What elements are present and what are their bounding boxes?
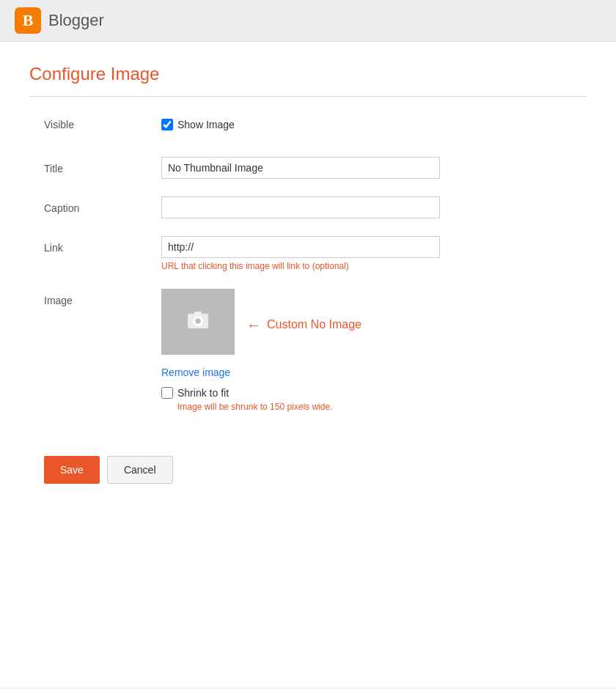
- svg-rect-2: [194, 312, 202, 314]
- image-label: Image: [44, 289, 161, 306]
- svg-point-3: [196, 318, 201, 323]
- shrink-row: Shrink to fit Image will be shrunk to 15…: [161, 387, 440, 412]
- link-label: Link: [44, 236, 161, 254]
- link-input[interactable]: [161, 236, 440, 258]
- app-name: Blogger: [48, 11, 104, 30]
- custom-no-image-text: Custom No Image: [267, 318, 362, 331]
- image-thumbnail[interactable]: [161, 289, 235, 355]
- image-control-wrap: ← Custom No Image Remove image Shrink to…: [161, 289, 440, 412]
- shrink-hint: Image will be shrunk to 150 pixels wide.: [177, 402, 332, 412]
- shrink-label[interactable]: Shrink to fit: [177, 387, 229, 399]
- link-hint: URL that clicking this image will link t…: [161, 261, 440, 271]
- divider: [29, 96, 587, 97]
- visible-row: Visible Show Image: [29, 119, 587, 130]
- title-row: Title: [29, 157, 587, 179]
- caption-input-wrap: [161, 196, 440, 218]
- image-preview-row: ← Custom No Image: [161, 289, 440, 361]
- button-row: Save Cancel: [29, 456, 587, 484]
- visible-label: Visible: [44, 119, 161, 130]
- image-row: Image ← Custom: [29, 289, 587, 412]
- page-title: Configure Image: [29, 64, 587, 84]
- shrink-label-wrap: Shrink to fit: [161, 387, 229, 399]
- show-image-wrap: Show Image: [161, 119, 235, 130]
- link-row: Link URL that clicking this image will l…: [29, 236, 587, 271]
- shrink-checkbox[interactable]: [161, 387, 173, 399]
- show-image-label[interactable]: Show Image: [177, 119, 235, 130]
- title-label: Title: [44, 157, 161, 174]
- camera-icon: [185, 306, 211, 338]
- caption-row: Caption: [29, 196, 587, 218]
- arrow-left-icon: ←: [246, 317, 261, 334]
- remove-image-link[interactable]: Remove image: [161, 366, 440, 378]
- caption-input[interactable]: [161, 196, 440, 218]
- header: B Blogger: [0, 0, 616, 42]
- show-image-checkbox[interactable]: [161, 119, 173, 130]
- main-content: Configure Image Visible Show Image Title…: [0, 42, 616, 687]
- blogger-logo: B: [15, 7, 41, 34]
- link-input-wrap: URL that clicking this image will link t…: [161, 236, 440, 271]
- save-button[interactable]: Save: [44, 456, 100, 484]
- title-input[interactable]: [161, 157, 440, 179]
- title-input-wrap: [161, 157, 440, 179]
- custom-no-image-label: ← Custom No Image: [246, 317, 362, 334]
- caption-label: Caption: [44, 196, 161, 214]
- cancel-button[interactable]: Cancel: [107, 456, 173, 484]
